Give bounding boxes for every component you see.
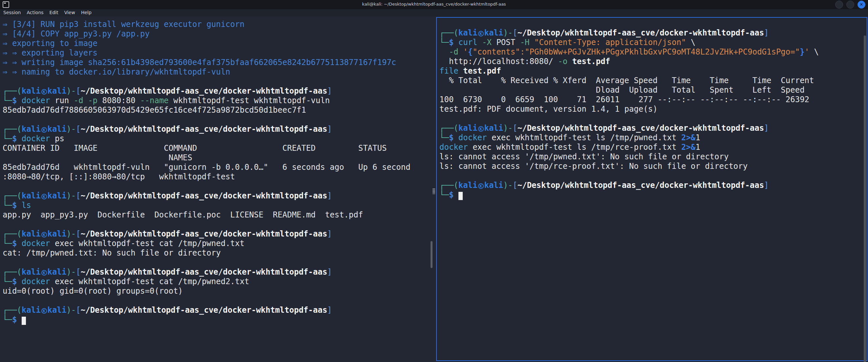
left-pane-scrollbar[interactable] (431, 241, 433, 268)
pane-splitter-handle[interactable] (433, 189, 435, 194)
menu-help[interactable]: Help (81, 10, 92, 15)
menu-session[interactable]: Session (3, 10, 21, 15)
minimize-button[interactable] (835, 1, 843, 8)
menubar: Session Actions Edit View Help (0, 9, 868, 17)
left-terminal-pane[interactable]: ⇒ [3/4] RUN pip3 install werkzeug execut… (0, 17, 435, 362)
maximize-button[interactable] (846, 1, 854, 8)
terminal-area: ⇒ [3/4] RUN pip3 install werkzeug execut… (0, 17, 868, 362)
menu-view[interactable]: View (64, 10, 75, 15)
right-terminal-pane-active[interactable]: ┌──(kaliKkali)-[~/Desktop/wkhtmltopdf-aa… (436, 17, 867, 361)
window-title: kali@kali: ~/Desktop/wkhtmltopdf-aas_cve… (0, 2, 868, 6)
menu-actions[interactable]: Actions (27, 10, 43, 15)
right-pane-scrollbar[interactable] (864, 35, 866, 362)
right-terminal-output: ┌──(kaliKkali)-[~/Desktop/wkhtmltopdf-aa… (437, 18, 867, 200)
close-button[interactable]: ✕ (858, 1, 865, 8)
titlebar[interactable]: kali@kali: ~/Desktop/wkhtmltopdf-aas_cve… (0, 0, 868, 9)
left-terminal-output: ⇒ [3/4] RUN pip3 install werkzeug execut… (0, 17, 435, 325)
menu-edit[interactable]: Edit (50, 10, 58, 15)
